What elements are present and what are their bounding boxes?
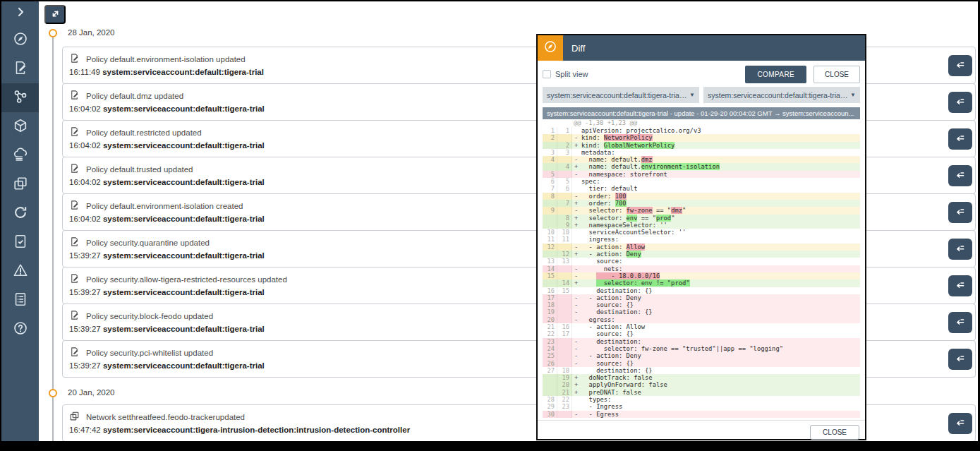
diff-line-text: order: 100 [581,193,860,200]
open-diff-button[interactable] [948,275,972,296]
sidebar-item-compass[interactable] [1,25,39,54]
diff-marker: - [572,265,581,272]
file-edit-icon [69,310,80,322]
new-line-number: 18 [557,367,572,374]
open-diff-button[interactable] [948,349,972,370]
diff-line-text: destination: [581,338,860,345]
compass-icon [13,31,28,49]
event-time: 15:39:27 [69,251,101,260]
open-diff-button[interactable] [948,92,972,113]
compare-button[interactable]: COMPARE [745,66,806,83]
old-line-number: 10 [543,229,557,236]
diff-marker: - [572,207,581,214]
open-diff-button[interactable] [948,165,972,186]
old-line-number: 2 [543,134,557,141]
sidebar-item-layers[interactable] [1,170,39,199]
diff-icon [955,205,966,219]
old-line-number: 15 [543,272,557,279]
open-diff-button[interactable] [948,55,972,76]
diff-marker: + [572,374,581,381]
sidebar-item-file-check[interactable] [1,228,39,257]
timeline-line [52,32,54,441]
new-line-number [557,171,572,178]
sidebar-item-cloud-stack[interactable] [1,141,39,170]
diff-row: 2-kind: NetworkPolicy [543,134,860,141]
diff-icon [955,416,966,430]
expand-timeline-button[interactable] [44,5,66,24]
close-button-bottom[interactable]: CLOSE [810,425,859,440]
event-account: system:serviceaccount:default:tigera-tri… [103,178,265,186]
sidebar-item-file-edit[interactable] [1,54,39,83]
diff-line-text: egress: [581,316,860,323]
new-line-number: 15 [557,287,572,294]
diff-row: 1615 destination: {} [543,287,860,294]
new-line-number: 16 [557,323,572,330]
file-edit-icon [69,90,80,102]
sidebar-item-help[interactable] [1,315,39,344]
diff-row: 20- egress: [543,316,860,323]
refresh-icon [13,205,28,223]
diff-line-text: - action: Allow [581,243,860,251]
diff-row: 12+ - action: Deny [543,251,860,258]
diff-line-text: selector: fw-zone == "trusted"||app == "… [581,345,860,352]
diff-row: 24- selector: fw-zone == "trusted"||app … [543,345,860,352]
event-account: system:serviceaccount:default:tigera-tri… [103,215,265,223]
help-icon [13,320,28,339]
diff-line-text: destination: {} [581,287,860,294]
chevron-down-icon: ▼ [689,92,695,98]
split-view-toggle[interactable]: Split view [543,70,588,78]
new-line-number: 4 [557,163,572,170]
new-line-number: 12 [557,251,572,258]
diff-line-text: kind: GlobalNetworkPolicy [581,142,860,149]
timeline-date-marker [49,389,57,397]
chevron-down-icon: ▼ [850,92,856,98]
diff-icon [955,315,966,329]
event-time: 16:04:02 [69,215,101,223]
diff-line-text: ingress: [581,236,860,243]
sidebar-item-chevron-right[interactable] [1,1,39,25]
event-title: Policy default.restricted updated [86,128,202,137]
diff-line-text: tier: default [581,185,860,192]
diff-marker: - [572,345,581,352]
diff-marker [572,287,581,294]
old-line-number [543,215,557,222]
new-line-number: 20 [557,381,572,388]
diff-marker [572,258,581,265]
event-title: Policy default.dmz updated [86,92,183,100]
hunk-header: @@ -1,30 +1,23 @@ [543,119,860,127]
diff-row: 30- - Egress [543,411,860,418]
right-revision-select[interactable]: system:serviceaccount:default:tigera-tri… [703,87,860,103]
diff-marker: + [572,222,581,229]
sidebar-nav [1,1,39,441]
file-edit-icon [69,126,80,138]
sidebar-item-refresh[interactable] [1,199,39,228]
open-diff-button[interactable] [948,413,972,434]
old-line-number [543,222,557,229]
sidebar-item-network[interactable] [1,83,39,112]
open-diff-button[interactable] [948,128,972,150]
close-button-top[interactable]: CLOSE [813,66,860,83]
open-diff-button[interactable] [948,202,972,223]
sidebar-item-alert-triangle[interactable] [1,257,39,286]
event-time: 16:47:42 [69,426,101,434]
expand-icon [50,8,61,21]
diff-row: 20+ applyOnForward: false [543,381,860,388]
diff-marker [572,330,581,337]
new-line-number [557,265,572,272]
file-edit-icon [69,163,80,175]
diff-marker: + [572,389,581,396]
split-view-checkbox[interactable] [543,70,551,78]
event-title: Policy security.block-feodo updated [86,312,213,320]
open-diff-button[interactable] [948,312,972,333]
old-line-number: 8 [543,193,557,200]
sidebar-item-cube[interactable] [1,112,39,141]
open-diff-button[interactable] [948,239,972,260]
old-line-number: 24 [543,345,557,352]
sidebar-item-report[interactable] [1,286,39,315]
diff-line-text: kind: NetworkPolicy [581,134,860,141]
old-line-number: 11 [543,236,557,243]
diff-row: 76 tier: default [543,185,860,192]
new-line-number: 13 [557,258,572,265]
diff-row: 9+ namespaceSelector: '' [543,222,860,229]
left-revision-select[interactable]: system:serviceaccount:default:tigera-tri… [543,87,699,103]
